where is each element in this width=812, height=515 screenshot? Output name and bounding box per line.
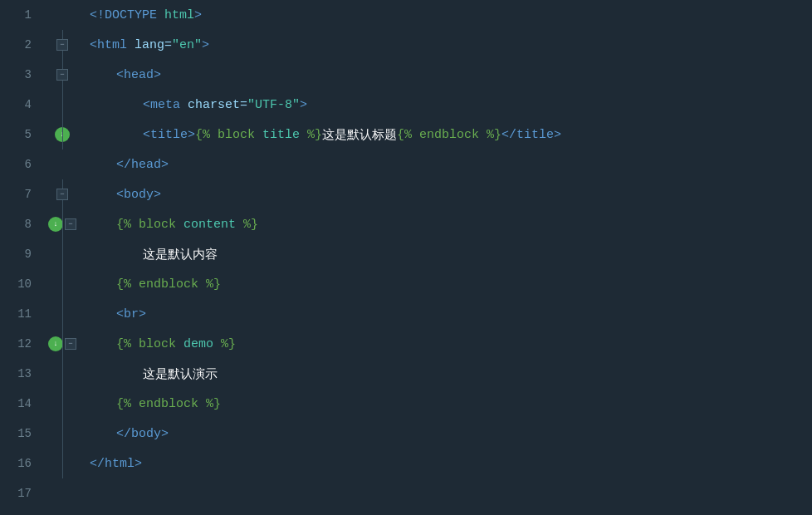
collapse-button[interactable]: −: [56, 39, 68, 51]
token: demo: [183, 337, 213, 351]
gutter-row-15[interactable]: [42, 419, 83, 449]
token: >: [154, 68, 161, 82]
token: >: [135, 457, 142, 471]
token: 这是默认标题: [322, 127, 397, 143]
token: br: [124, 307, 139, 321]
token: <: [116, 307, 124, 321]
token: >: [139, 307, 146, 321]
token: </title>: [501, 128, 561, 142]
collapse-button[interactable]: −: [56, 69, 68, 81]
token: {% endblock %}: [116, 397, 221, 411]
vertical-line-icon: [62, 419, 63, 449]
token: <: [116, 188, 124, 202]
gutter-row-9[interactable]: [42, 239, 83, 269]
code-line-9: 这是默认内容: [83, 239, 812, 269]
gutter-row-1[interactable]: [42, 0, 83, 30]
code-line-7: <body>: [83, 179, 812, 209]
code-content: <!DOCTYPE html><html lang="en"><head><me…: [83, 0, 812, 515]
token: >: [202, 38, 209, 52]
line-number-10: 10: [0, 269, 32, 299]
breakpoint-icon[interactable]: ↓: [48, 217, 63, 232]
token: </: [116, 158, 131, 172]
token: title: [262, 128, 300, 142]
token: <: [116, 68, 124, 82]
vertical-line-icon: [62, 209, 63, 239]
gutter-row-17[interactable]: [42, 478, 83, 508]
collapse-button[interactable]: −: [65, 338, 76, 350]
token: meta: [150, 98, 180, 112]
line-number-14: 14: [0, 389, 32, 419]
vertical-line-icon: [62, 449, 63, 478]
gutter-row-13[interactable]: [42, 359, 83, 389]
line-number-2: 2: [0, 30, 32, 60]
code-line-10: {% endblock %}: [83, 269, 812, 299]
token: head: [131, 158, 161, 172]
line-number-13: 13: [0, 359, 32, 389]
token: {% block: [116, 218, 183, 232]
code-line-5: <title>{% block title %}这是默认标题{% endbloc…: [83, 120, 812, 150]
token: <title>: [143, 128, 195, 142]
line-number-7: 7: [0, 179, 32, 209]
collapse-button[interactable]: −: [56, 189, 68, 200]
gutter-row-10[interactable]: [42, 269, 83, 299]
code-line-3: <head>: [83, 60, 812, 90]
token: html: [97, 38, 127, 52]
token: </: [90, 457, 105, 471]
collapse-button[interactable]: −: [65, 218, 76, 230]
gutter-row-7[interactable]: −: [42, 179, 83, 209]
line-number-5: 5: [0, 120, 32, 150]
token: <: [143, 98, 150, 112]
line-number-1: 1: [0, 0, 32, 30]
gutter-row-4[interactable]: [42, 90, 83, 120]
code-line-13: 这是默认演示: [83, 359, 812, 389]
vertical-line-icon: [62, 90, 63, 120]
breakpoint-icon[interactable]: ↓: [48, 336, 63, 351]
vertical-line-icon: [62, 239, 63, 269]
gutter-row-8[interactable]: ↓−: [42, 209, 83, 239]
token: "en": [172, 38, 202, 52]
token: <: [90, 38, 97, 52]
gutter-row-3[interactable]: −: [42, 60, 83, 90]
code-line-15: </body>: [83, 419, 812, 449]
gutter-row-16[interactable]: [42, 449, 83, 478]
vertical-line-icon: [62, 359, 63, 389]
line-number-3: 3: [0, 60, 32, 90]
code-line-4: <meta charset="UTF-8">: [83, 90, 812, 120]
token: >: [154, 188, 161, 202]
token: %}: [236, 218, 258, 232]
token: body: [124, 188, 154, 202]
token: body: [131, 427, 161, 441]
vertical-line-icon: [62, 299, 63, 329]
token: html: [105, 457, 135, 471]
vertical-line-icon: [62, 329, 63, 359]
token: %}: [213, 337, 236, 351]
token: {% endblock %}: [397, 128, 501, 142]
gutter-row-11[interactable]: [42, 299, 83, 329]
line-number-17: 17: [0, 478, 32, 508]
line-number-16: 16: [0, 449, 32, 478]
token: "UTF-8": [247, 98, 300, 112]
gutter-row-5[interactable]: ↓: [42, 120, 83, 150]
token: head: [124, 68, 154, 82]
vertical-line-icon: [62, 389, 63, 419]
vertical-line-icon: [62, 120, 63, 150]
gutter-row-2[interactable]: −: [42, 30, 83, 60]
editor-gutter[interactable]: −−↓−↓−↓−: [42, 0, 83, 515]
code-line-8: {% block content %}: [83, 209, 812, 239]
code-line-6: </head>: [83, 150, 812, 179]
code-line-16: </html>: [83, 449, 812, 478]
gutter-row-14[interactable]: [42, 389, 83, 419]
token: content: [183, 218, 236, 232]
token: {% block: [116, 337, 183, 351]
token: >: [161, 427, 169, 441]
line-number-4: 4: [0, 90, 32, 120]
token: {% endblock %}: [116, 277, 221, 292]
gutter-row-12[interactable]: ↓−: [42, 329, 83, 359]
line-number-15: 15: [0, 419, 32, 449]
code-line-12: {% block demo %}: [83, 329, 812, 359]
line-number-11: 11: [0, 299, 32, 329]
gutter-row-6[interactable]: [42, 150, 83, 179]
code-line-2: <html lang="en">: [83, 30, 812, 60]
token: lang=: [127, 38, 172, 52]
vertical-line-icon: [62, 269, 63, 299]
